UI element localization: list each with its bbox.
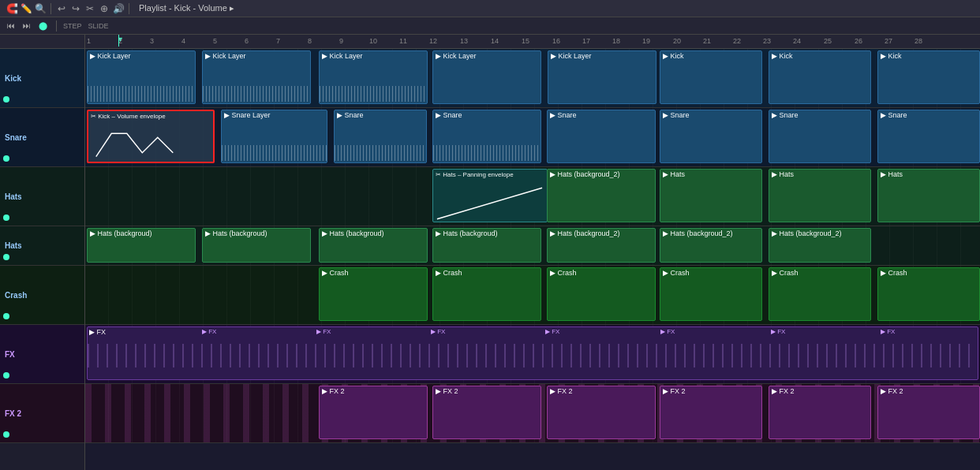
track-kick-row: ▶ Kick Layer ▶ Kick Layer ▶ Kick Layer ▶… [85, 49, 980, 108]
clip-hats1-bg2[interactable]: ▶ Hats (backgroud_2) [547, 169, 656, 222]
rewind-btn[interactable]: ⏮ [5, 21, 17, 31]
clip-fx2-1[interactable]: ▶ FX 2 [319, 386, 428, 439]
clip-fx2-3[interactable]: ▶ FX 2 [547, 386, 656, 439]
clip-snare-3[interactable]: ▶ Snare [547, 110, 656, 163]
clip-crash-4[interactable]: ▶ Crash [660, 267, 762, 321]
clip-kick-6[interactable]: ▶ Kick [660, 50, 762, 104]
clip-snare-layer[interactable]: ▶ Snare Layer [221, 110, 327, 163]
clip-hats-panning[interactable]: ✂ Hats – Panning envelope [432, 169, 548, 222]
separator2 [129, 3, 129, 14]
clip-label: ▶ Crash [550, 269, 577, 277]
clip-pattern [433, 145, 540, 161]
track-label-crash[interactable]: Crash [0, 266, 84, 325]
clip-crash-2[interactable]: ▶ Crash [432, 267, 541, 321]
record-btn[interactable]: ⬤ [36, 21, 50, 31]
ruler-tick-24: 24 [793, 37, 801, 45]
ruler: ▼ 1 2 3 4 5 6 7 8 9 10 11 12 13 14 15 [85, 35, 980, 49]
tracks-container: ▶ Kick Layer ▶ Kick Layer ▶ Kick Layer ▶… [85, 49, 980, 470]
clip-label: ▶ Hats (backgroud_2) [772, 229, 842, 237]
clip-label: ▶ Hats (backgroud) [205, 229, 267, 237]
clip-kick-5b[interactable]: ▶ Kick Layer [548, 50, 656, 104]
clip-hats1-2[interactable]: ▶ Hats [769, 169, 871, 222]
clip-kick-1[interactable]: ▶ Kick Layer [87, 50, 196, 104]
clip-label: ▶ FX 2 [881, 387, 903, 395]
clip-kick-7[interactable]: ▶ Kick [769, 50, 871, 104]
undo-icon[interactable]: ↩ [54, 2, 69, 16]
clip-fx2-4[interactable]: ▶ FX 2 [660, 386, 762, 439]
ruler-tick-3: 3 [150, 37, 154, 45]
track-hats2-dot [3, 254, 9, 260]
redo-icon[interactable]: ↪ [69, 2, 83, 16]
clip-crash-5[interactable]: ▶ Crash [769, 267, 871, 321]
track-label-hats2[interactable]: Hats [0, 226, 84, 266]
clip-hats1-1[interactable]: ▶ Hats [660, 169, 762, 222]
clip-fx2-6[interactable]: ▶ FX 2 [877, 386, 980, 439]
clip-hats2-bg2-2[interactable]: ▶ Hats (backgroud_2) [660, 228, 762, 263]
pencil-icon[interactable]: ✏️ [19, 2, 33, 16]
track-label-snare[interactable]: Snare [0, 108, 84, 167]
clip-kick-2[interactable]: ▶ Kick Layer [202, 50, 311, 104]
track-fx2-name: FX 2 [5, 409, 21, 418]
ruler-tick-27: 27 [885, 37, 892, 45]
clip-label: ▶ Snare [337, 111, 364, 119]
clip-snare-2[interactable]: ▶ Snare [432, 110, 541, 163]
track-label-kick[interactable]: Kick [0, 49, 84, 108]
ruler-tick-21: 21 [703, 37, 711, 45]
clip-label: ▶ Crash [322, 269, 349, 277]
clip-label: ▶ Kick Layer [322, 52, 363, 60]
zoom-icon[interactable]: ⊕ [97, 2, 111, 16]
clip-crash-1[interactable]: ▶ Crash [319, 267, 428, 321]
track-label-fx[interactable]: FX [0, 325, 84, 384]
clip-label: ▶ FX 2 [436, 387, 458, 395]
ruler-tick-5: 5 [213, 37, 217, 45]
forward-btn[interactable]: ⏭ [21, 21, 33, 31]
clip-snare-1[interactable]: ▶ Snare [334, 110, 427, 163]
clip-fx2-2[interactable]: ▶ FX 2 [432, 386, 541, 439]
ruler-tick-4: 4 [181, 37, 185, 45]
clip-fx2-5[interactable]: ▶ FX 2 [769, 386, 871, 439]
toolbar: 🧲 ✏️ 🔍 ↩ ↪ ✂ ⊕ 🔊 Playlist - Kick - Volum… [0, 0, 980, 17]
clip-label: ▶ Snare [881, 111, 907, 119]
track-label-fx2[interactable]: FX 2 [0, 384, 84, 443]
ruler-label-spacer [0, 35, 84, 49]
clip-snare-5[interactable]: ▶ Snare [769, 110, 871, 163]
clip-hats2-4[interactable]: ▶ Hats (backgroud) [432, 228, 541, 263]
clip-label: ▶ Snare [436, 111, 462, 119]
track-hats2-row: ▶ Hats (backgroud) ▶ Hats (backgroud) ▶ … [85, 226, 980, 266]
clip-pattern [88, 86, 195, 102]
clip-kick-3[interactable]: ▶ Kick Layer [319, 50, 428, 104]
clip-hats2-bg2-1[interactable]: ▶ Hats (backgroud_2) [547, 228, 656, 263]
clip-fx-main[interactable]: ▶ FX ▶ FX ▶ FX ▶ FX ▶ FX ▶ FX ▶ FX ▶ FX [87, 326, 978, 380]
clip-label: ▶ Hats [663, 170, 685, 178]
clip-label: ▶ Crash [663, 269, 690, 277]
clip-snare-envelope[interactable]: ✂ Kick – Volume envelope [87, 110, 215, 163]
clip-hats2-bg2-3[interactable]: ▶ Hats (backgroud_2) [769, 228, 871, 263]
clip-hats2-1[interactable]: ▶ Hats (backgroud) [87, 228, 196, 263]
ruler-tick-16: 16 [552, 37, 560, 45]
clip-kick-4[interactable]: ▶ Kick Layer [432, 50, 541, 104]
clip-kick-8[interactable]: ▶ Kick [877, 50, 980, 104]
clip-label: ▶ FX 2 [772, 387, 795, 395]
clip-label: ▶ Hats (backgroud_2) [550, 229, 620, 237]
magnet-icon[interactable]: 🧲 [5, 2, 19, 16]
clip-fx-label-8: ▶ FX [881, 328, 895, 335]
search-icon[interactable]: 🔍 [33, 2, 47, 16]
clip-fx-label-6: ▶ FX [660, 328, 675, 335]
track-hats1-row: ✂ Hats – Panning envelope ▶ Hats (backgr… [85, 167, 980, 226]
clip-label: ▶ Hats (backgroud_2) [550, 170, 620, 178]
clip-hats2-3[interactable]: ▶ Hats (backgroud) [319, 228, 428, 263]
clip-hats2-2[interactable]: ▶ Hats (backgroud) [202, 228, 311, 263]
cut-icon[interactable]: ✂ [83, 2, 97, 16]
track-label-hats1[interactable]: Hats [0, 167, 84, 226]
clip-hats1-3[interactable]: ▶ Hats [877, 169, 980, 222]
track-hats2-name: Hats [5, 241, 22, 250]
clip-crash-3[interactable]: ▶ Crash [547, 267, 656, 321]
clip-label: ▶ Kick [663, 52, 684, 60]
clip-label: ▶ Crash [436, 269, 462, 277]
timeline-area: ▼ 1 2 3 4 5 6 7 8 9 10 11 12 13 14 15 [85, 35, 980, 470]
speaker-icon[interactable]: 🔊 [111, 2, 125, 16]
clip-snare-4[interactable]: ▶ Snare [660, 110, 762, 163]
ruler-tick-19: 19 [642, 37, 650, 45]
clip-snare-6[interactable]: ▶ Snare [877, 110, 980, 163]
clip-crash-6[interactable]: ▶ Crash [877, 267, 980, 321]
